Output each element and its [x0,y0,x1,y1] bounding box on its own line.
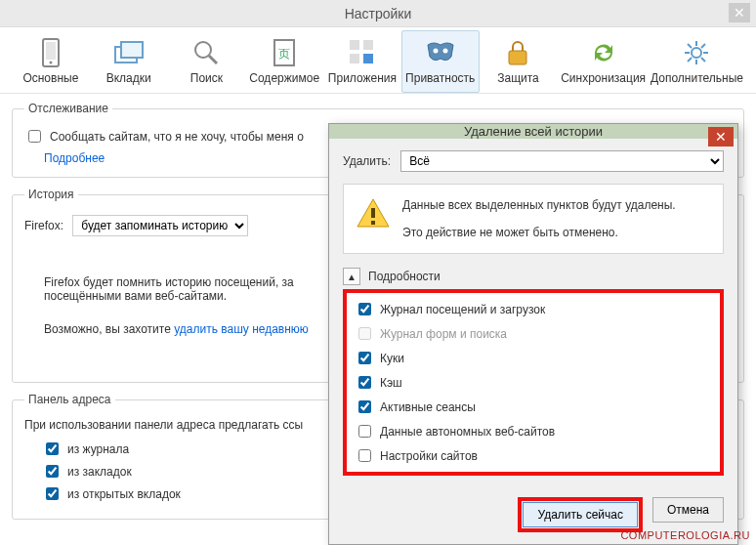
tracking-more-link[interactable]: Подробнее [44,151,105,165]
window-title: Настройки [345,6,412,21]
details-label: Подробности [368,270,441,283]
apps-icon [348,38,377,67]
details-toggle[interactable]: ▲ [343,268,360,285]
clear-recent-history-link[interactable]: удалить вашу недавнюю [174,322,309,336]
warning-line2: Это действие не может быть отменено. [402,224,676,241]
cb-offline-data[interactable] [358,425,371,438]
window-titlebar: Настройки ✕ [0,0,756,27]
warning-line1: Данные всех выделенных пунктов будут уда… [402,196,676,214]
history-app-label: Firefox: [24,219,63,232]
svg-rect-1 [46,42,56,60]
settings-toolbar: Основные Вкладки Поиск 页 Содержимое Прил… [0,27,756,94]
tab-applications[interactable]: Приложения [323,30,401,93]
suggest-history-checkbox[interactable] [46,442,59,455]
svg-rect-9 [350,40,359,50]
svg-line-6 [209,56,217,63]
svg-line-23 [701,44,705,48]
history-mode-select[interactable]: будет запоминать историю [72,215,248,236]
item-label: Куки [380,352,404,365]
svg-line-24 [688,58,692,62]
item-label: Журнал посещений и загрузок [380,303,545,316]
addressbar-legend: Панель адреса [24,393,115,406]
suggest-history-label: из журнала [67,442,129,456]
document-icon: 页 [270,38,299,67]
dialog-title: Удаление всей истории [464,124,603,139]
svg-point-2 [49,62,52,64]
svg-point-13 [433,49,438,54]
phone-icon [36,38,65,67]
tab-advanced[interactable]: Дополнительные [650,30,744,93]
tab-search[interactable]: Поиск [168,30,246,93]
item-label: Настройки сайтов [380,449,478,463]
tab-label: Поиск [190,71,223,85]
svg-rect-10 [363,40,373,50]
svg-text:页: 页 [278,47,290,61]
svg-rect-25 [371,208,375,218]
svg-rect-4 [121,42,143,58]
tracking-legend: Отслеживание [24,102,112,115]
tab-sync[interactable]: Синхронизация [557,30,650,93]
item-label: Данные автономных веб-сайтов [380,425,555,439]
tab-label: Приватность [405,71,475,85]
history-legend: История [24,188,78,201]
tab-label: Вкладки [106,71,151,85]
primary-button-highlight: Удалить сейчас [518,497,642,532]
suggest-opentabs-label: из открытых вкладок [67,487,181,501]
watermark: COMPUTEROLOGIA.RU [620,529,750,541]
clear-history-dialog: Удаление всей истории ✕ Удалить: Всё Дан… [328,123,738,545]
svg-rect-12 [363,54,373,63]
cb-site-prefs[interactable] [358,449,371,462]
do-not-track-checkbox[interactable] [28,130,41,143]
suggest-bookmarks-checkbox[interactable] [46,465,59,478]
tab-label: Синхронизация [561,71,646,85]
tab-label: Дополнительные [651,71,743,85]
cancel-button[interactable]: Отмена [652,497,724,523]
details-list: Журнал посещений и загрузок Журнал форм … [343,289,724,476]
tab-privacy[interactable]: Приватность [401,30,480,93]
window-close-button[interactable]: ✕ [729,3,750,22]
svg-point-14 [442,49,447,54]
mask-icon [426,38,455,67]
svg-rect-11 [350,54,359,63]
item-label: Кэш [380,376,402,390]
search-icon [191,38,221,67]
delete-range-select[interactable]: Всё [400,150,724,172]
dialog-titlebar: Удаление всей истории ✕ [329,124,737,139]
delete-range-label: Удалить: [343,154,391,168]
tab-security[interactable]: Защита [480,30,558,93]
cb-browsing-history[interactable] [358,303,371,315]
tab-label: Содержимое [249,71,319,85]
svg-rect-15 [509,51,526,64]
item-label: Журнал форм и поиска [380,327,507,341]
clear-now-button[interactable]: Удалить сейчас [523,502,637,527]
tab-label: Основные [22,71,78,85]
warning-panel: Данные всех выделенных пунктов будут уда… [343,184,724,254]
dialog-close-button[interactable]: ✕ [708,127,734,147]
sync-icon [589,38,618,67]
svg-point-5 [195,42,211,58]
tabs-icon [114,38,144,67]
history-desc-line3a: Возможно, вы захотите [44,322,174,336]
svg-point-16 [692,48,701,58]
svg-rect-26 [371,221,375,225]
tab-label: Защита [497,71,539,85]
svg-line-22 [701,58,705,62]
item-label: Активные сеансы [380,400,476,414]
tab-tabs[interactable]: Вкладки [90,30,168,93]
tab-content[interactable]: 页 Содержимое [245,30,323,93]
svg-line-21 [688,44,692,48]
cb-active-logins[interactable] [358,400,371,413]
cb-form-history [358,327,371,340]
suggest-opentabs-checkbox[interactable] [46,487,59,500]
gear-icon [682,38,711,67]
tab-label: Приложения [328,71,397,85]
lock-icon [503,38,532,67]
suggest-bookmarks-label: из закладок [67,465,132,479]
cb-cache[interactable] [358,376,371,389]
tab-general[interactable]: Основные [12,30,90,93]
do-not-track-label: Сообщать сайтам, что я не хочу, чтобы ме… [50,130,304,144]
cb-cookies[interactable] [358,352,371,364]
warning-icon [356,196,391,234]
